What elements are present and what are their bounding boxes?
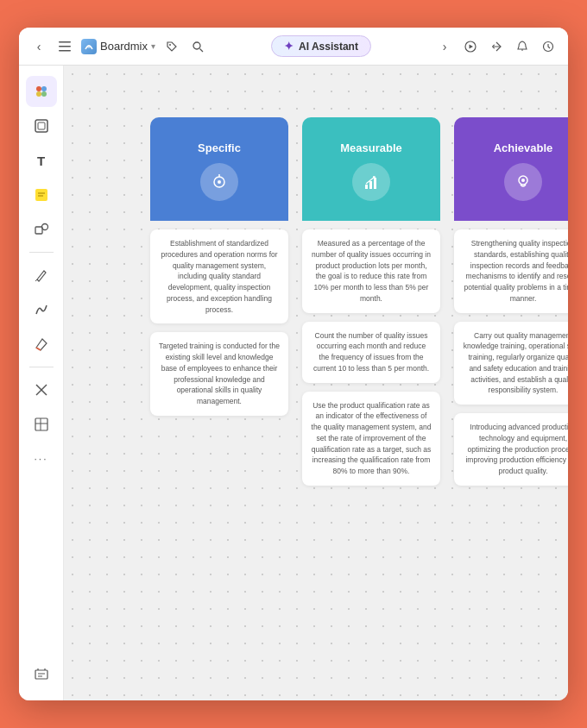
titlebar-left: ‹ Boardmix ▾ (29, 37, 207, 56)
play-button[interactable] (461, 37, 480, 56)
svg-line-23 (36, 348, 41, 350)
svg-rect-26 (35, 418, 47, 430)
measurable-card-3-text: Use the product qualification rate as an… (311, 400, 432, 477)
dropdown-icon[interactable]: ▾ (151, 41, 155, 51)
svg-rect-0 (59, 41, 71, 43)
svg-line-6 (199, 48, 203, 52)
svg-point-4 (169, 44, 171, 46)
specific-card-1-text: Establishment of standardized procedures… (159, 238, 280, 315)
svg-rect-20 (35, 227, 42, 234)
app-logo[interactable]: Boardmix ▾ (81, 39, 155, 54)
svg-rect-34 (365, 185, 368, 189)
sidebar-item-frame[interactable] (26, 110, 57, 141)
achievable-title: Achievable (494, 141, 553, 154)
sidebar-item-pen[interactable] (26, 260, 57, 291)
sidebar-divider-1 (29, 252, 54, 253)
svg-rect-15 (35, 120, 47, 132)
main-layout: T (19, 66, 568, 700)
share-button[interactable] (487, 37, 506, 56)
logo-icon (81, 39, 97, 54)
measurable-card-1: Measured as a percentage of the number o… (302, 229, 440, 313)
sidebar-item-smart[interactable] (26, 374, 57, 405)
history-button[interactable] (539, 37, 558, 56)
app-window: ‹ Boardmix ▾ (19, 28, 568, 700)
menu-button[interactable] (55, 37, 74, 56)
titlebar-right: › (435, 37, 558, 56)
sidebar-item-library[interactable] (26, 659, 57, 690)
titlebar-center: ✦ AI Assistant (216, 35, 426, 57)
app-name: Boardmix (100, 40, 148, 53)
svg-point-5 (193, 42, 200, 49)
measurable-title: Measurable (340, 141, 402, 154)
canvas-area[interactable]: Specific Establishment of standardized p… (64, 66, 568, 700)
specific-icon-circle (200, 163, 238, 201)
sidebar: T (19, 66, 64, 700)
measurable-card-2-text: Count the number of quality issues occur… (311, 330, 432, 374)
specific-title: Specific (198, 141, 241, 154)
svg-point-11 (36, 86, 41, 91)
measurable-card-1-text: Measured as a percentage of the number o… (311, 238, 432, 304)
specific-card-2-text: Targeted training is conducted for the e… (159, 341, 280, 407)
svg-rect-1 (59, 46, 71, 47)
search-button[interactable] (188, 37, 207, 56)
sidebar-item-eraser[interactable] (26, 329, 57, 360)
achievable-header: Achievable (454, 117, 568, 221)
measurable-card-3: Use the product qualification rate as an… (302, 392, 440, 486)
svg-rect-17 (35, 189, 47, 201)
sidebar-item-text[interactable]: T (26, 145, 57, 176)
sidebar-item-paint[interactable] (26, 76, 57, 107)
specific-header: Specific (150, 117, 288, 221)
sidebar-divider-2 (29, 367, 54, 367)
canvas-content: Specific Establishment of standardized p… (150, 117, 568, 486)
tag-button[interactable] (162, 37, 181, 56)
measurable-card-2: Count the number of quality issues occur… (302, 322, 440, 383)
sidebar-item-table[interactable] (26, 409, 57, 440)
svg-point-21 (41, 224, 47, 230)
measurable-column: Measurable Measured as a (302, 117, 440, 486)
notification-button[interactable] (513, 37, 532, 56)
achievable-card-2-text: Carry out quality management knowledge t… (463, 330, 568, 397)
achievable-card-3-text: Introducing advanced production technolo… (463, 422, 568, 477)
svg-rect-35 (369, 181, 372, 189)
expand-button[interactable]: › (435, 37, 454, 56)
achievable-card-1-text: Strengthening quality inspection standar… (463, 238, 568, 304)
svg-rect-36 (374, 178, 376, 189)
measurable-header: Measurable (302, 117, 440, 221)
svg-point-3 (87, 45, 91, 48)
svg-line-22 (35, 279, 37, 281)
sidebar-item-shape[interactable] (26, 214, 57, 245)
svg-point-14 (41, 91, 47, 97)
svg-point-38 (521, 179, 525, 182)
titlebar: ‹ Boardmix ▾ (19, 28, 568, 66)
specific-card-2: Targeted training is conducted for the e… (150, 332, 288, 416)
ai-assistant-button[interactable]: ✦ AI Assistant (271, 35, 371, 57)
achievable-icon-circle (504, 163, 542, 201)
specific-column: Specific Establishment of standardized p… (150, 117, 288, 416)
ai-sparkle-icon: ✦ (284, 40, 294, 53)
sidebar-item-more[interactable]: ··· (26, 443, 57, 474)
svg-rect-29 (35, 670, 47, 679)
sidebar-item-curve[interactable] (26, 294, 57, 325)
achievable-card-3: Introducing advanced production technolo… (454, 413, 568, 486)
svg-rect-2 (59, 50, 71, 52)
ai-assistant-label: AI Assistant (299, 41, 358, 53)
back-button[interactable]: ‹ (29, 37, 48, 56)
achievable-card-2: Carry out quality management knowledge t… (454, 322, 568, 405)
measurable-icon-circle (352, 163, 390, 201)
svg-point-33 (218, 180, 221, 184)
svg-point-12 (41, 86, 47, 91)
svg-marker-8 (470, 44, 474, 48)
achievable-column: Achievable Strengthening quality inspect… (454, 117, 568, 486)
svg-point-13 (36, 91, 41, 97)
achievable-card-1: Strengthening quality inspection standar… (454, 229, 568, 313)
specific-card-1: Establishment of standardized procedures… (150, 229, 288, 323)
sidebar-item-note[interactable] (26, 179, 57, 210)
svg-rect-16 (38, 122, 45, 129)
sidebar-bottom (26, 659, 57, 690)
